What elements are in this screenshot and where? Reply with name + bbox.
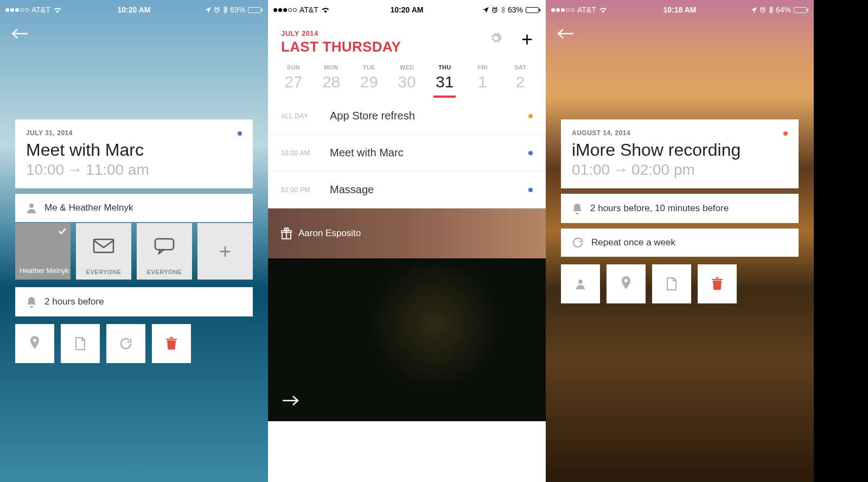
wifi-icon: [53, 7, 62, 13]
delete-button[interactable]: [698, 264, 737, 303]
delete-button[interactable]: [152, 324, 191, 363]
battery-percent: 64%: [776, 5, 791, 14]
battery-percent: 63%: [508, 5, 523, 14]
check-icon: [58, 226, 67, 236]
action-buttons: [15, 324, 253, 363]
bell-icon: [26, 296, 37, 308]
back-button[interactable]: [11, 27, 29, 40]
reminder-row[interactable]: 2 hours before, 10 minutes before: [561, 194, 799, 223]
week-day-mon[interactable]: MON28: [312, 64, 350, 98]
event-time: 01:00→02:00 pm: [572, 161, 788, 179]
tile-label: EVERYONE: [147, 269, 182, 275]
attendee-tile-selected[interactable]: Heather Melnyk: [15, 223, 71, 280]
tomorrow-preview[interactable]: [268, 258, 546, 421]
event-row[interactable]: ALL DAY App Store refresh: [268, 98, 546, 135]
settings-button[interactable]: [489, 31, 502, 45]
signal-icon: [273, 8, 297, 12]
week-day-sat[interactable]: SAT2: [501, 64, 539, 98]
wifi-icon: [599, 7, 608, 13]
status-time: 10:18 AM: [663, 5, 697, 14]
calendar-dot: [783, 131, 788, 136]
repeat-button[interactable]: [106, 324, 145, 363]
status-bar: AT&T 10:18 AM 64%: [546, 0, 814, 20]
reminder-text: 2 hours before: [44, 296, 104, 307]
attendees-button[interactable]: [561, 264, 600, 303]
event-card[interactable]: AUGUST 14, 2014 iMore Show recording 01:…: [561, 119, 799, 188]
bluetooth-icon: [769, 6, 773, 14]
chat-everyone-tile[interactable]: EVERYONE: [137, 223, 192, 280]
mail-icon: [93, 238, 114, 253]
battery-icon: [526, 7, 540, 13]
alarm-icon: [214, 7, 220, 13]
week-day-wed[interactable]: WED30: [388, 64, 426, 98]
event-date: AUGUST 14, 2014: [572, 129, 788, 137]
tile-label: EVERYONE: [86, 269, 122, 275]
week-strip: SUN27 MON28 TUE29 WED30 THU31 FRI1 SAT2: [268, 55, 546, 98]
calendar-dot: [528, 114, 533, 118]
event-detail-screen-1: AT&T 10:20 AM 63% JULY 31, 2014: [0, 0, 268, 482]
note-button[interactable]: [652, 264, 691, 303]
carrier-label: AT&T: [577, 5, 596, 14]
calendar-dot: [238, 131, 242, 136]
status-bar: AT&T 10:20 AM 63%: [0, 0, 268, 20]
chat-icon: [154, 237, 175, 255]
event-time: ALL DAY: [281, 112, 330, 120]
event-detail-screen-2: AT&T 10:18 AM 64% AUGUST 14, 2014: [546, 0, 814, 482]
calendar-dot: [528, 188, 533, 192]
wifi-icon: [321, 7, 330, 13]
week-day-sun[interactable]: SUN27: [275, 64, 312, 98]
bell-icon: [572, 202, 583, 214]
birthday-row[interactable]: Aaron Esposito: [268, 208, 546, 258]
plus-icon: +: [219, 240, 231, 263]
reminder-row[interactable]: 2 hours before: [15, 287, 253, 316]
event-card[interactable]: JULY 31, 2014 Meet with Marc 10:00→11:00…: [15, 119, 253, 188]
location-button[interactable]: [607, 264, 646, 303]
email-everyone-tile[interactable]: EVERYONE: [76, 223, 131, 280]
event-row[interactable]: 10:00 AM Meet with Marc: [268, 135, 546, 172]
calendar-list-screen: AT&T 10:20 AM 63% + JULY 2014: [268, 0, 546, 482]
back-button[interactable]: [557, 27, 575, 40]
attendees-row[interactable]: Me & Heather Melnyk: [15, 194, 253, 222]
svg-point-1: [29, 204, 34, 208]
location-icon: [751, 7, 757, 13]
gift-icon: [281, 227, 292, 239]
note-button[interactable]: [61, 324, 100, 363]
event-row[interactable]: 02:00 PM Massage: [268, 172, 546, 208]
forward-button[interactable]: [281, 394, 299, 407]
add-event-button[interactable]: +: [521, 28, 533, 51]
carrier-label: AT&T: [31, 5, 50, 14]
alarm-icon: [760, 7, 766, 13]
birthday-name: Aaron Esposito: [298, 228, 361, 239]
battery-icon: [248, 7, 263, 13]
event-time: 10:00 AM: [281, 149, 330, 157]
action-buttons: [561, 264, 799, 303]
event-title: App Store refresh: [330, 110, 528, 122]
week-day-tue[interactable]: TUE29: [350, 64, 388, 98]
week-day-fri[interactable]: FRI1: [464, 64, 502, 98]
signal-icon: [5, 8, 29, 12]
attendee-name: Heather Melnyk: [20, 267, 69, 275]
event-time: 02:00 PM: [281, 186, 330, 194]
event-title: Meet with Marc: [330, 147, 528, 159]
reminder-text: 2 hours before, 10 minutes before: [590, 203, 729, 214]
repeat-row[interactable]: Repeat once a week: [561, 229, 799, 257]
add-attendee-tile[interactable]: +: [197, 223, 253, 280]
bluetooth-icon: [501, 6, 505, 14]
location-icon: [205, 7, 211, 13]
status-time: 10:20 AM: [118, 5, 151, 14]
calendar-header: + JULY 2014 LAST THURSDAY: [268, 20, 546, 55]
event-title: iMore Show recording: [572, 140, 788, 160]
svg-rect-2: [94, 239, 113, 252]
battery-icon: [794, 7, 808, 13]
battery-percent: 63%: [230, 5, 245, 14]
calendar-dot: [528, 151, 533, 155]
location-button[interactable]: [15, 324, 54, 363]
bluetooth-icon: [223, 6, 227, 14]
status-time: 10:20 AM: [391, 5, 424, 14]
attendee-tiles: Heather Melnyk EVERYONE EVERYONE +: [15, 223, 253, 280]
event-title: Meet with Marc: [26, 140, 242, 160]
repeat-icon: [572, 237, 584, 248]
signal-icon: [551, 8, 575, 12]
event-title: Massage: [330, 183, 528, 196]
week-day-thu-selected[interactable]: THU31: [426, 64, 464, 98]
